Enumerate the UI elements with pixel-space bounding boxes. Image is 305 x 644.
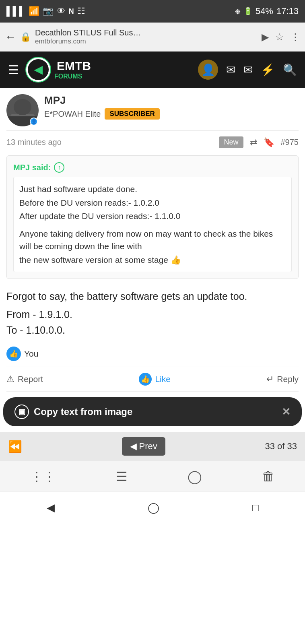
author-name[interactable]: MPJ [44, 94, 299, 107]
mail-icon[interactable]: ✉ [226, 63, 235, 76]
copy-toast-label: Copy text from image [34, 406, 132, 417]
status-right: ⎈ 🔋 54% 17:13 [235, 6, 299, 17]
more-options-icon[interactable]: ⋮ [291, 31, 300, 43]
recents-nav-icon[interactable]: □ [252, 502, 259, 514]
report-icon: ⚠ [6, 374, 14, 384]
bookmark-icon[interactable]: 🔖 [264, 137, 274, 148]
prev-arrow-icon: ◀ [130, 441, 137, 452]
author-role: E*POWAH Elite [44, 109, 101, 119]
copy-toast-left: ▣ Copy text from image [14, 405, 132, 419]
back-button[interactable]: ← [5, 31, 16, 43]
lock-icon: 🔒 [20, 32, 31, 42]
logo-circle: ◀ [25, 57, 51, 83]
eye-icon: 👁 [57, 6, 66, 17]
quote-arrow-icon: ↑ [54, 162, 64, 173]
home-nav-icon[interactable]: ◯ [148, 502, 159, 514]
quote-line4: Anyone taking delivery from now on may w… [19, 227, 286, 253]
reply-button[interactable]: ↵ Reply [266, 374, 299, 384]
reaction-label: You [24, 349, 38, 359]
post-actions: ⚠ Report 👍 Like ↵ Reply [6, 367, 299, 392]
prev-button[interactable]: ◀ Prev [122, 437, 165, 456]
like-label: Like [155, 374, 171, 384]
quote-line3: After update the DU version reads:- 1.1.… [19, 210, 286, 223]
bottom-toolbar: ⋮⋮ ☰ ◯ 🗑 [0, 461, 305, 491]
copy-scan-icon: ▣ [14, 405, 29, 419]
post-container: 👤 MPJ E*POWAH Elite SUBSCRIBER 13 minute… [0, 88, 305, 392]
like-icon: 👍 [139, 373, 152, 386]
quote-author: MPJ said: ↑ [13, 162, 292, 173]
author-section: 👤 MPJ E*POWAH Elite SUBSCRIBER [6, 88, 299, 131]
copy-close-button[interactable]: ✕ [282, 406, 291, 418]
site-logo[interactable]: ◀ EMTB FORUMS [25, 57, 91, 83]
avatar-wrap: 👤 [6, 94, 39, 126]
status-left: ▌▌▌ 📶 📷 👁 N ☷ [6, 6, 85, 17]
reactions-row: 👍 You [6, 341, 299, 367]
subscriber-badge: SUBSCRIBER [105, 108, 159, 120]
skip-back-icon[interactable]: ⏪ [8, 440, 22, 453]
logo-subtext: FORUMS [54, 73, 91, 80]
quote-block: MPJ said: ↑ Just had software update don… [6, 155, 299, 279]
camera-icon: 📷 [43, 6, 54, 17]
battery-text: 54% [256, 6, 273, 17]
bluetooth-icon: ⎈ [235, 6, 240, 17]
notifications-icon[interactable]: ✉ [243, 63, 253, 76]
filter-toolbar-icon[interactable]: ☰ [116, 469, 128, 484]
new-badge: New [219, 136, 243, 148]
report-button[interactable]: ⚠ Report [6, 374, 43, 384]
activity-icon[interactable]: ⚡ [261, 63, 275, 76]
nfc-icon: N [69, 7, 74, 16]
post-time: 13 minutes ago [6, 138, 62, 147]
copy-toast[interactable]: ▣ Copy text from image ✕ [3, 397, 302, 426]
logo-inner: ◀ [28, 59, 49, 80]
domain-text: emtbforums.com [35, 37, 258, 45]
browser-actions: ▶ ☆ ⋮ [262, 31, 300, 43]
share-icon[interactable]: ⇄ [250, 137, 257, 148]
post-content: Forgot to say, the battery software gets… [6, 285, 299, 341]
post-number: #975 [281, 138, 299, 147]
page-title: Decathlon STILUS Full Sus… [35, 28, 258, 37]
back-nav-icon[interactable]: ◀ [47, 502, 55, 514]
quote-author-name: MPJ said: [13, 163, 51, 172]
time-display: 17:13 [276, 6, 299, 17]
nav-right: 👤 ✉ ✉ ⚡ 🔍 [198, 60, 297, 80]
cast-icon[interactable]: ▶ [262, 31, 269, 43]
calendar-icon: ☷ [77, 6, 85, 17]
browser-bar: ← 🔒 Decathlon STILUS Full Sus… emtbforum… [0, 23, 305, 52]
author-info: MPJ E*POWAH Elite SUBSCRIBER [44, 94, 299, 120]
report-label: Report [18, 374, 43, 384]
share-toolbar-icon[interactable]: ⋮⋮ [30, 469, 56, 484]
star-icon[interactable]: ☆ [275, 31, 284, 43]
thumbs-up-reaction[interactable]: 👍 [6, 347, 21, 361]
site-nav: ☰ ◀ EMTB FORUMS 👤 ✉ ✉ ⚡ 🔍 [0, 52, 305, 88]
android-nav-bar: ◀ ◯ □ [0, 491, 305, 524]
search-icon[interactable]: 🔍 [283, 63, 297, 76]
post-line2: From - 1.9.1.0. [6, 307, 299, 322]
delete-toolbar-icon[interactable]: 🗑 [262, 469, 275, 484]
post-meta: 13 minutes ago New ⇄ 🔖 #975 [6, 131, 299, 154]
scan-toolbar-icon[interactable]: ◯ [188, 469, 202, 484]
svg-point-3 [14, 99, 31, 115]
url-area[interactable]: Decathlon STILUS Full Sus… emtbforums.co… [35, 28, 258, 45]
prev-label: Prev [139, 441, 157, 452]
author-badges: E*POWAH Elite SUBSCRIBER [44, 108, 299, 120]
quote-line2: Before the DU version reads:- 1.0.2.0 [19, 196, 286, 209]
hamburger-menu[interactable]: ☰ [8, 63, 19, 77]
signal-icon: ▌▌▌ [6, 6, 25, 17]
post-line3: To - 1.10.0.0. [6, 322, 299, 338]
reply-icon: ↵ [266, 374, 274, 384]
post-line1: Forgot to say, the battery software gets… [6, 289, 299, 304]
status-bar: ▌▌▌ 📶 📷 👁 N ☷ ⎈ 🔋 54% 17:13 [0, 0, 305, 23]
quote-line1: Just had software update done. [19, 183, 286, 196]
wifi-icon: 📶 [29, 6, 39, 17]
bottom-nav: ⏪ ◀ Prev 33 of 33 [0, 432, 305, 461]
battery-indicator: 🔋 [243, 7, 252, 16]
quote-content: Just had software update done. Before th… [13, 177, 292, 272]
online-indicator: 👤 [30, 118, 38, 126]
like-button[interactable]: 👍 Like [139, 373, 171, 386]
user-avatar[interactable]: 👤 [198, 60, 218, 80]
reply-label: Reply [277, 374, 299, 384]
page-info: 33 of 33 [265, 441, 297, 452]
logo-text: EMTB [57, 59, 91, 72]
post-meta-right: New ⇄ 🔖 #975 [219, 136, 299, 148]
quote-line5: the new software version at some stage 👍 [19, 254, 286, 266]
